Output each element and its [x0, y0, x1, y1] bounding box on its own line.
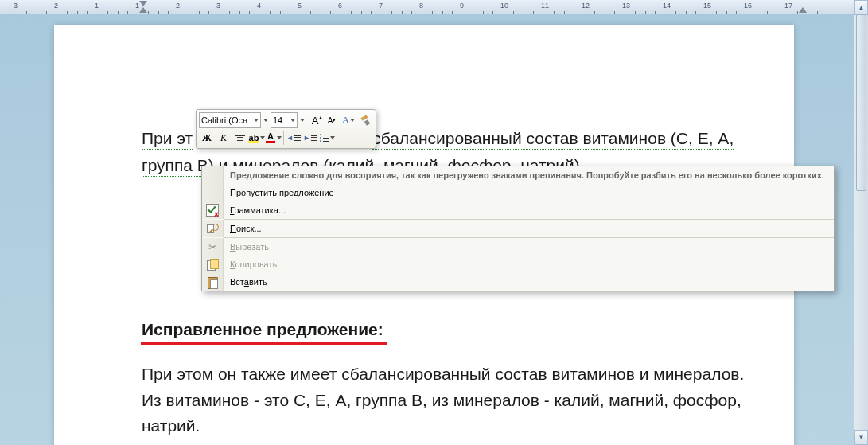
cut-item[interactable]: ✂ Вырезать: [202, 238, 834, 256]
corrected-heading[interactable]: Исправленное предложение:: [142, 320, 383, 339]
styles-button[interactable]: A: [341, 112, 356, 128]
chevron-down-icon: [300, 119, 305, 122]
scissors-icon: ✂: [206, 240, 219, 253]
format-painter-button[interactable]: [357, 112, 373, 128]
hanging-indent-marker[interactable]: [139, 7, 147, 13]
font-size-combo[interactable]: 14: [271, 112, 298, 128]
chevron-down-icon: [277, 136, 282, 139]
context-menu: Предложение сложно для восприятия, так к…: [201, 166, 835, 291]
chevron-down-icon: [254, 119, 259, 122]
grammar-check-icon: ×: [206, 204, 219, 217]
paragraph-2[interactable]: При этом он также имеет сбалансированный…: [142, 361, 762, 439]
grow-font-button[interactable]: A▴: [307, 112, 323, 128]
chevron-down-icon: [290, 119, 295, 122]
grammar-error-text[interactable]: При эт: [142, 129, 193, 150]
bullets-button[interactable]: [319, 130, 335, 146]
chevron-down-icon: [263, 119, 268, 122]
font-size-dropdown-button[interactable]: [298, 112, 306, 128]
grammar-suggestion-item[interactable]: Предложение сложно для восприятия, так к…: [202, 166, 834, 184]
font-color-icon: A: [266, 132, 275, 143]
skip-sentence-item[interactable]: Пропустить предложение: [202, 184, 834, 201]
font-name-dropdown-button[interactable]: [262, 112, 270, 128]
shrink-font-button[interactable]: A▾: [324, 112, 340, 128]
document-area: При эт сбалансированный состав витаминов…: [0, 14, 868, 445]
search-item[interactable]: Поиск...: [202, 220, 834, 237]
grammar-item[interactable]: × Грамматика...: [202, 201, 834, 219]
bullets-icon: [320, 134, 329, 142]
highlight-button[interactable]: ab: [249, 130, 265, 146]
paste-item[interactable]: Вставить: [202, 273, 834, 291]
increase-indent-button[interactable]: ►: [302, 130, 318, 146]
copy-icon: [206, 258, 219, 271]
bold-button[interactable]: Ж: [199, 130, 215, 146]
decrease-indent-button[interactable]: ◄: [286, 130, 302, 146]
center-align-button[interactable]: [232, 130, 248, 146]
font-name-combo[interactable]: Calibri (Осн: [199, 112, 261, 128]
search-icon: [207, 223, 218, 234]
chevron-down-icon: [330, 136, 335, 139]
heading-underline: [141, 342, 387, 345]
separator: [283, 131, 284, 145]
scroll-up-button[interactable]: ▲: [854, 0, 868, 15]
font-color-button[interactable]: A: [266, 130, 282, 146]
increase-indent-icon: ►: [303, 134, 317, 142]
highlight-icon: ab: [249, 133, 259, 142]
center-align-icon: [235, 135, 245, 141]
brush-icon: [360, 115, 371, 126]
first-line-indent-marker[interactable]: [139, 1, 147, 6]
decrease-indent-icon: ◄: [286, 134, 301, 142]
copy-item[interactable]: Копировать: [202, 256, 834, 273]
chevron-down-icon: [260, 136, 265, 139]
paste-icon: [206, 275, 219, 288]
horizontal-ruler[interactable]: 3211234567891011121314151617: [0, 0, 868, 14]
app-viewport: 3211234567891011121314151617 ▲ ▼ При эт …: [0, 0, 868, 445]
mini-toolbar: Calibri (Осн 14 A▴ A▾ A Ж К ab A: [196, 109, 376, 149]
chevron-down-icon: [350, 119, 355, 122]
italic-button[interactable]: К: [216, 130, 232, 146]
right-indent-marker[interactable]: [799, 7, 807, 13]
